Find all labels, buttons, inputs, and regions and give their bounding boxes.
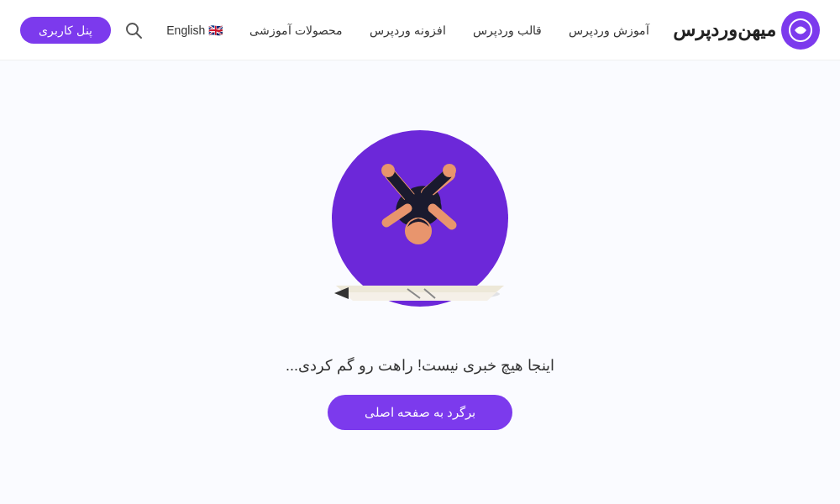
nav-item-wordpress-themes[interactable]: قالب وردپرس [473,24,542,37]
nav-item-educational-products[interactable]: محصولات آموزشی [249,24,343,37]
main-content: اینجا هیچ خبری نیست! راهت رو گم کردی... … [0,60,840,504]
svg-line-2 [136,33,141,38]
logo-text: میهن‌وردپرس [673,19,776,41]
illustration-svg [311,118,529,336]
error-illustration [311,118,529,336]
search-button[interactable] [124,21,143,39]
error-message: اینجا هیچ خبری نیست! راهت رو گم کردی... [286,356,554,375]
logo[interactable]: میهن‌وردپرس [673,11,820,50]
site-header: میهن‌وردپرس آموزش وردپرس قالب وردپرس افز… [0,0,840,60]
main-nav: آموزش وردپرس قالب وردپرس افزونه وردپرس م… [166,24,648,37]
back-to-home-button[interactable]: برگرد به صفحه اصلی [328,395,513,430]
header-left: پنل کاربری [20,17,143,44]
nav-item-english[interactable]: English 🇬🇧 [166,24,223,37]
svg-point-9 [381,164,395,177]
logo-icon [781,11,820,50]
nav-item-wordpress-plugins[interactable]: افزونه وردپرس [370,24,446,37]
svg-point-10 [443,164,456,177]
header-right: میهن‌وردپرس [673,11,820,50]
user-panel-button[interactable]: پنل کاربری [20,17,111,44]
search-icon [124,21,143,39]
nav-item-wordpress-training[interactable]: آموزش وردپرس [569,24,649,37]
svg-marker-17 [336,286,504,292]
